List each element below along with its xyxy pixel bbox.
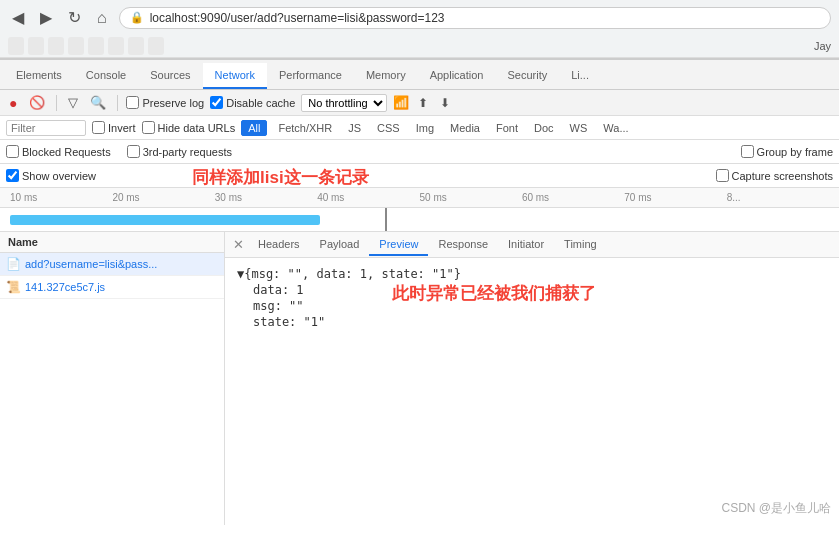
jay-label: Jay bbox=[814, 40, 831, 52]
detail-line-1: ▼{msg: "", data: 1, state: "1"} bbox=[237, 266, 827, 282]
tick-30: 30 ms bbox=[215, 192, 317, 203]
tab-application[interactable]: Application bbox=[418, 63, 496, 89]
filter-input[interactable] bbox=[6, 120, 86, 136]
group-by-frame-checkbox[interactable] bbox=[741, 145, 754, 158]
hide-data-urls-text: Hide data URLs bbox=[158, 122, 236, 134]
detail-line-2-text: data: 1 bbox=[253, 283, 304, 297]
filter-all-btn[interactable]: All bbox=[241, 120, 267, 136]
detail-tab-initiator[interactable]: Initiator bbox=[498, 234, 554, 256]
back-button[interactable]: ◀ bbox=[8, 6, 28, 29]
detail-tabs: ✕ Headers Payload Preview Response Initi… bbox=[225, 232, 839, 258]
bookmark-8[interactable] bbox=[148, 37, 164, 55]
preserve-log-text: Preserve log bbox=[142, 97, 204, 109]
tab-sources[interactable]: Sources bbox=[138, 63, 202, 89]
request-row-1[interactable]: 📄 add?username=lisi&pass... bbox=[0, 253, 224, 276]
filter-js-btn[interactable]: JS bbox=[343, 121, 366, 135]
bookmark-4[interactable] bbox=[68, 37, 84, 55]
hide-data-urls-checkbox[interactable] bbox=[142, 121, 155, 134]
capture-screenshots-text: Capture screenshots bbox=[732, 170, 834, 182]
watermark: CSDN @是小鱼儿哈 bbox=[721, 500, 831, 517]
filter-media-btn[interactable]: Media bbox=[445, 121, 485, 135]
separator-1 bbox=[56, 95, 57, 111]
detail-line-4: state: "1" bbox=[237, 314, 827, 330]
detail-tab-payload[interactable]: Payload bbox=[310, 234, 370, 256]
tab-security[interactable]: Security bbox=[495, 63, 559, 89]
name-header: Name bbox=[0, 232, 224, 253]
overview-row: Show overview 同样添加lisi这一条记录 Capture scre… bbox=[0, 164, 839, 188]
request-name-2: 141.327ce5c7.js bbox=[25, 281, 105, 293]
devtools-tabs: Elements Console Sources Network Perform… bbox=[0, 60, 839, 90]
detail-line-4-text: state: "1" bbox=[253, 315, 325, 329]
home-button[interactable]: ⌂ bbox=[93, 7, 111, 29]
name-panel: Name 📄 add?username=lisi&pass... 📜 141.3… bbox=[0, 232, 225, 525]
search-button[interactable]: 🔍 bbox=[87, 94, 109, 111]
address-bar[interactable]: 🔒 localhost:9090/user/add?username=lisi&… bbox=[119, 7, 831, 29]
refresh-button[interactable]: ↻ bbox=[64, 6, 85, 29]
tick-60: 60 ms bbox=[522, 192, 624, 203]
detail-line-3-text: msg: "" bbox=[253, 299, 304, 313]
disable-cache-checkbox[interactable] bbox=[210, 96, 223, 109]
blocked-requests-text: Blocked Requests bbox=[22, 146, 111, 158]
tick-80: 8... bbox=[727, 192, 829, 203]
filter-doc-btn[interactable]: Doc bbox=[529, 121, 559, 135]
forward-button[interactable]: ▶ bbox=[36, 6, 56, 29]
show-overview-label: Show overview bbox=[6, 169, 96, 182]
detail-tab-timing[interactable]: Timing bbox=[554, 234, 607, 256]
detail-tab-preview[interactable]: Preview bbox=[369, 234, 428, 256]
preserve-log-label: Preserve log bbox=[126, 96, 204, 109]
tab-elements[interactable]: Elements bbox=[4, 63, 74, 89]
clear-button[interactable]: 🚫 bbox=[26, 94, 48, 111]
capture-screenshots-label: Capture screenshots bbox=[716, 169, 834, 182]
bookmark-2[interactable] bbox=[28, 37, 44, 55]
detail-tab-headers[interactable]: Headers bbox=[248, 234, 310, 256]
show-overview-text: Show overview bbox=[22, 170, 96, 182]
third-party-checkbox[interactable] bbox=[127, 145, 140, 158]
bookmark-7[interactable] bbox=[128, 37, 144, 55]
filter-img-btn[interactable]: Img bbox=[411, 121, 439, 135]
bookmark-6[interactable] bbox=[108, 37, 124, 55]
lock-icon: 🔒 bbox=[130, 11, 144, 24]
preserve-log-checkbox[interactable] bbox=[126, 96, 139, 109]
tab-more[interactable]: Li... bbox=[559, 63, 601, 89]
bookmark-3[interactable] bbox=[48, 37, 64, 55]
tab-memory[interactable]: Memory bbox=[354, 63, 418, 89]
invert-checkbox[interactable] bbox=[92, 121, 105, 134]
devtools-panel: Elements Console Sources Network Perform… bbox=[0, 59, 839, 525]
detail-close-button[interactable]: ✕ bbox=[229, 235, 248, 254]
show-overview-checkbox[interactable] bbox=[6, 169, 19, 182]
request-icon-1: 📄 bbox=[6, 257, 21, 271]
upload-icon[interactable]: ⬆ bbox=[415, 95, 431, 111]
filter-css-btn[interactable]: CSS bbox=[372, 121, 405, 135]
hide-data-urls-label: Hide data URLs bbox=[142, 121, 236, 134]
tick-10: 10 ms bbox=[10, 192, 112, 203]
capture-screenshots-checkbox[interactable] bbox=[716, 169, 729, 182]
download-icon[interactable]: ⬇ bbox=[437, 95, 453, 111]
third-party-text: 3rd-party requests bbox=[143, 146, 232, 158]
filter-fetch-btn[interactable]: Fetch/XHR bbox=[273, 121, 337, 135]
request-row-2[interactable]: 📜 141.327ce5c7.js bbox=[0, 276, 224, 299]
detail-tab-response[interactable]: Response bbox=[428, 234, 498, 256]
filter-wa-btn[interactable]: Wa... bbox=[598, 121, 633, 135]
record-button[interactable]: ● bbox=[6, 94, 20, 112]
filter-bar: Invert Hide data URLs All Fetch/XHR JS C… bbox=[0, 116, 839, 140]
invert-label: Invert bbox=[92, 121, 136, 134]
blocked-requests-checkbox[interactable] bbox=[6, 145, 19, 158]
network-toolbar: ● 🚫 ▽ 🔍 Preserve log Disable cache No th… bbox=[0, 90, 839, 116]
filter-button[interactable]: ▽ bbox=[65, 94, 81, 111]
filter-font-btn[interactable]: Font bbox=[491, 121, 523, 135]
tab-network[interactable]: Network bbox=[203, 63, 267, 89]
tab-console[interactable]: Console bbox=[74, 63, 138, 89]
main-panel: Name 📄 add?username=lisi&pass... 📜 141.3… bbox=[0, 232, 839, 525]
group-by-frame-text: Group by frame bbox=[757, 146, 833, 158]
bookmark-1[interactable] bbox=[8, 37, 24, 55]
tick-20: 20 ms bbox=[112, 192, 214, 203]
bookmark-5[interactable] bbox=[88, 37, 104, 55]
blocked-requests-label: Blocked Requests bbox=[6, 145, 111, 158]
tab-performance[interactable]: Performance bbox=[267, 63, 354, 89]
throttle-select[interactable]: No throttling bbox=[301, 94, 387, 112]
third-party-label: 3rd-party requests bbox=[127, 145, 232, 158]
tick-40: 40 ms bbox=[317, 192, 419, 203]
detail-panel: ✕ Headers Payload Preview Response Initi… bbox=[225, 232, 839, 525]
filter-ws-btn[interactable]: WS bbox=[565, 121, 593, 135]
timeline-ruler: 10 ms 20 ms 30 ms 40 ms 50 ms 60 ms 70 m… bbox=[0, 188, 839, 208]
